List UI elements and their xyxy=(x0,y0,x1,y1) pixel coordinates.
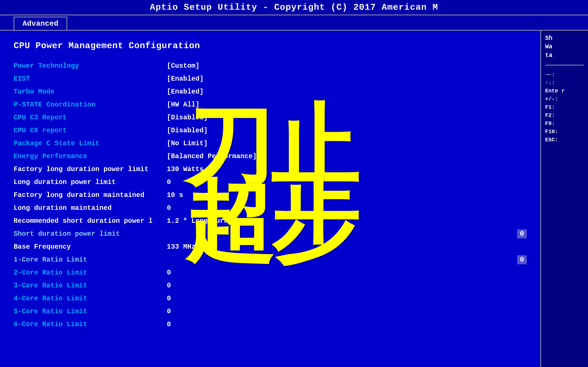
help-key: F2: xyxy=(545,111,584,120)
setting-label: Short duration power limit xyxy=(14,230,160,238)
setting-value: 0 xyxy=(160,295,527,302)
setting-label: Package C State Limit xyxy=(14,140,160,147)
help-key: F10: xyxy=(545,128,584,136)
setting-label: Energy Performance xyxy=(14,152,160,160)
help-key: →←: xyxy=(545,71,584,79)
setting-value: [Disabled] xyxy=(160,127,527,134)
setting-value: 0 xyxy=(160,269,527,276)
setting-label: Factory long duration power limit xyxy=(14,166,160,173)
help-key: ↑↓: xyxy=(545,79,584,87)
setting-row[interactable]: 1-Core Ratio Limit0 xyxy=(14,255,527,265)
setting-row[interactable]: Power Technology[Custom] xyxy=(14,61,527,71)
setting-label: 1-Core Ratio Limit xyxy=(14,256,160,264)
setting-row[interactable]: 2-Core Ratio Limit0 xyxy=(14,268,527,277)
setting-row[interactable]: Long duration maintained0 xyxy=(14,203,527,213)
setting-value: 0 xyxy=(517,229,527,238)
setting-row[interactable]: Package C State Limit[No Limit] xyxy=(14,139,527,148)
setting-label: CPU C3 Report xyxy=(14,114,160,121)
right-panel: Sh Wa ta →←: ↑↓: Ente r+/-: F1: F2: F9: … xyxy=(540,31,588,367)
setting-value: 133 MHz xyxy=(160,243,527,251)
tab-advanced[interactable]: Advanced xyxy=(14,17,67,30)
setting-value: 0 xyxy=(160,282,527,290)
right-panel-divider xyxy=(545,65,584,66)
setting-value: [HW All] xyxy=(160,101,527,108)
setting-value: 0 xyxy=(160,178,527,186)
tab-bar: Advanced xyxy=(0,15,588,31)
setting-row[interactable]: Factory long duration power limit130 Wat… xyxy=(14,165,527,174)
right-panel-top: Sh Wa ta xyxy=(545,34,584,60)
setting-value: 1.2 * Long Duration xyxy=(160,217,527,225)
setting-row[interactable]: EIST[Enabled] xyxy=(14,74,527,83)
setting-label: Recommended short duration power l xyxy=(14,217,160,225)
setting-label: Turbo Mode xyxy=(14,88,160,96)
setting-label: Long duration power limit xyxy=(14,178,160,186)
setting-value: [Enabled] xyxy=(160,88,527,96)
setting-row[interactable]: Energy Performance[Balanced Performance] xyxy=(14,151,527,161)
setting-label: Power Technology xyxy=(14,62,160,70)
help-key: F9: xyxy=(545,120,584,128)
setting-label: Factory long duration maintained xyxy=(14,191,160,199)
setting-value: 0 xyxy=(160,308,527,315)
setting-row[interactable]: Short duration power limit0 xyxy=(14,229,527,239)
setting-label: P-STATE Coordination xyxy=(14,101,160,108)
setting-row[interactable]: Base Frequency133 MHz xyxy=(14,242,527,251)
setting-value: [Disabled] xyxy=(160,114,527,121)
setting-value: [Balanced Performance] xyxy=(160,152,527,160)
setting-row[interactable]: Turbo Mode[Enabled] xyxy=(14,87,527,96)
help-key: +/-: xyxy=(545,95,584,103)
setting-value: 0 xyxy=(160,204,527,212)
center-panel: CPU Power Management Configuration Power… xyxy=(0,31,540,367)
setting-row[interactable]: 5-Core Ratio Limit0 xyxy=(14,307,527,316)
setting-row[interactable]: CPU C3 Report[Disabled] xyxy=(14,113,527,122)
setting-value: [No Limit] xyxy=(160,140,527,147)
setting-row[interactable]: Long duration power limit0 xyxy=(14,177,527,187)
settings-container: Power Technology[Custom]EIST[Enabled]Tur… xyxy=(14,61,527,329)
setting-label: EIST xyxy=(14,75,160,83)
setting-label: 4-Core Ratio Limit xyxy=(14,295,160,302)
setting-label: CPU C6 report xyxy=(14,127,160,134)
setting-label: Base Frequency xyxy=(14,243,160,251)
setting-value: 0 xyxy=(517,255,527,264)
key-list: →←: ↑↓: Ente r+/-: F1: F2: F9: F10: ESC: xyxy=(545,71,584,144)
setting-value: [Enabled] xyxy=(160,75,527,83)
setting-value: 0 xyxy=(160,321,527,328)
setting-label: 2-Core Ratio Limit xyxy=(14,269,160,276)
setting-row[interactable]: CPU C6 report[Disabled] xyxy=(14,126,527,135)
setting-row[interactable]: Recommended short duration power l1.2 * … xyxy=(14,216,527,226)
help-key: F1: xyxy=(545,103,584,111)
setting-row[interactable]: 6-Core Ratio Limit0 xyxy=(14,320,527,329)
setting-label: 3-Core Ratio Limit xyxy=(14,282,160,290)
setting-label: 6-Core Ratio Limit xyxy=(14,321,160,328)
setting-label: Long duration maintained xyxy=(14,204,160,212)
setting-row[interactable]: 4-Core Ratio Limit0 xyxy=(14,294,527,303)
title-bar: Aptio Setup Utility - Copyright (C) 2017… xyxy=(0,0,588,15)
main-content: CPU Power Management Configuration Power… xyxy=(0,31,588,367)
setting-label: 5-Core Ratio Limit xyxy=(14,308,160,315)
setting-row[interactable]: P-STATE Coordination[HW All] xyxy=(14,100,527,109)
help-key: Ente r xyxy=(545,87,584,95)
help-key: ESC: xyxy=(545,136,584,144)
setting-value: 10 s xyxy=(160,191,527,199)
setting-value: 130 Watts xyxy=(160,166,527,173)
setting-row[interactable]: 3-Core Ratio Limit0 xyxy=(14,281,527,290)
section-title: CPU Power Management Configuration xyxy=(14,41,527,51)
setting-row[interactable]: Factory long duration maintained10 s xyxy=(14,190,527,200)
setting-value: [Custom] xyxy=(160,62,527,70)
title-bar-text: Aptio Setup Utility - Copyright (C) 2017… xyxy=(150,2,438,12)
